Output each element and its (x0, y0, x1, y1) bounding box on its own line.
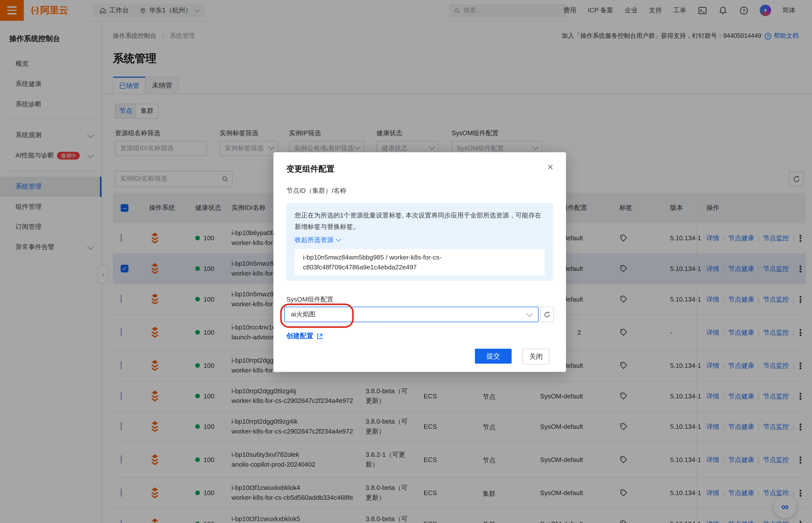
sysom-config-label: SysOM组件配置 (287, 295, 334, 304)
chevron-down-icon (526, 310, 533, 317)
select-refresh-button[interactable] (540, 307, 554, 322)
notice-text: 您正在为所选的1个资源批量设置标签, 本次设置将同步应用于全部所选资源，可能存在… (295, 210, 546, 233)
external-link-icon (316, 333, 323, 339)
close-button[interactable]: 关闭 (523, 348, 550, 364)
modal-title: 变更组件配置 (287, 164, 335, 175)
app-root: (-) 阿里云 工作台 华东1（杭州） 搜索... 费用ICP 备案企业支持工单 (0, 0, 812, 523)
resource-line1: i-bp10n5mwz84wm5bbg985 / worker-k8s-for-… (303, 253, 536, 263)
close-icon[interactable]: ✕ (547, 163, 554, 172)
resource-line2: c803fc48f709c4786a9e1c4ebda22e497 (303, 263, 536, 272)
create-config-link[interactable]: 创建配置 (287, 331, 323, 341)
submit-button[interactable]: 提交 (475, 348, 512, 364)
collapse-resources-link[interactable]: 收起所选资源 (295, 236, 341, 245)
refresh-icon (543, 311, 550, 318)
chevron-down-icon (336, 236, 341, 241)
node-id-label: 节点ID（集群）/名称 (287, 186, 347, 195)
selected-resource-box: i-bp10n5mwz84wm5bbg985 / worker-k8s-for-… (295, 249, 545, 275)
change-config-modal: 变更组件配置 ✕ 节点ID（集群）/名称 您正在为所选的1个资源批量设置标签, … (274, 152, 566, 372)
notice-box: 您正在为所选的1个资源批量设置标签, 本次设置将同步应用于全部所选资源，可能存在… (287, 203, 553, 281)
red-annotation-circle (280, 304, 354, 328)
